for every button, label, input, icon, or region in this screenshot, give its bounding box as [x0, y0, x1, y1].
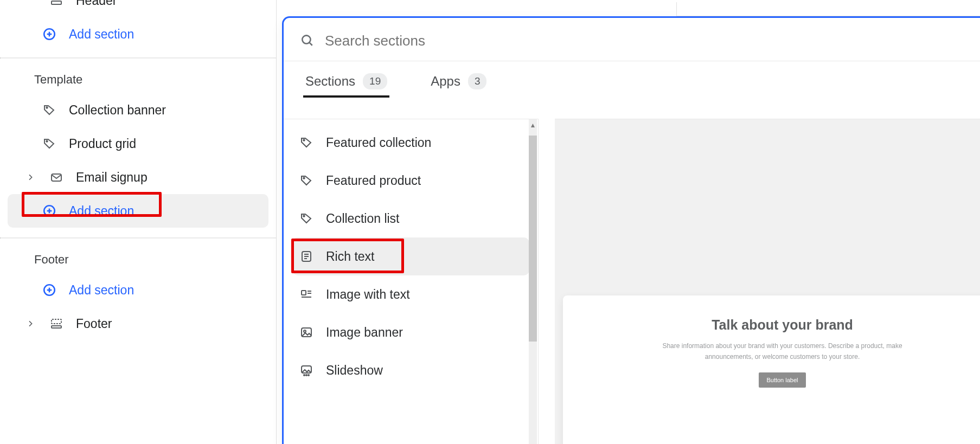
svg-rect-14: [52, 319, 61, 324]
tab-apps[interactable]: Apps 3: [431, 66, 486, 97]
background-panel-fragment: [676, 2, 980, 16]
scrollbar[interactable]: ▲: [529, 119, 537, 444]
section-option-featured-collection[interactable]: Featured collection: [292, 124, 529, 162]
svg-point-33: [306, 375, 307, 376]
sidebar-item-label: Header: [76, 0, 117, 8]
tab-count-badge: 3: [468, 73, 487, 89]
tag-icon: [299, 174, 314, 187]
tag-icon: [42, 137, 57, 150]
tab-count-badge: 19: [363, 73, 387, 89]
scrollbar-thumb[interactable]: [529, 136, 537, 342]
section-option-image-with-text[interactable]: Image with text: [292, 275, 529, 313]
sidebar-item-label: Collection banner: [69, 103, 166, 118]
preview-title: Talk about your brand: [585, 317, 980, 333]
envelope-icon: [49, 171, 64, 184]
tag-icon: [299, 136, 314, 149]
plus-circle-icon: [42, 204, 57, 218]
svg-point-20: [303, 215, 304, 216]
svg-point-34: [308, 375, 309, 376]
plus-circle-icon: [42, 27, 57, 41]
section-option-label: Image with text: [326, 287, 410, 302]
sidebar-item-header[interactable]: Header: [8, 0, 268, 17]
section-option-label: Image banner: [326, 325, 403, 340]
section-option-featured-product[interactable]: Featured product: [292, 162, 529, 200]
sidebar-item-label: Product grid: [69, 137, 136, 151]
section-option-label: Featured product: [326, 173, 421, 188]
tag-icon: [42, 104, 57, 117]
sidebar-item-product-grid[interactable]: Product grid: [8, 127, 268, 160]
svg-point-6: [46, 140, 47, 141]
search-icon: [300, 33, 314, 49]
section-option-image-banner[interactable]: Image banner: [292, 313, 529, 351]
svg-rect-1: [52, 1, 61, 4]
tag-icon: [299, 212, 314, 225]
svg-rect-7: [52, 174, 61, 181]
sections-list-pane: Featured collection Featured product Col…: [284, 119, 539, 444]
section-option-label: Slideshow: [326, 363, 383, 378]
section-option-collection-list[interactable]: Collection list: [292, 200, 529, 237]
group-title-footer: Footer: [0, 239, 276, 273]
slideshow-icon: [299, 364, 314, 377]
plus-circle-icon: [42, 283, 57, 297]
svg-point-30: [304, 330, 306, 332]
tabs: Sections 19 Apps 3: [284, 61, 539, 97]
add-section-label: Add section: [69, 204, 134, 218]
tab-label: Sections: [305, 74, 355, 89]
svg-rect-25: [302, 291, 306, 295]
svg-rect-15: [52, 326, 61, 328]
svg-point-32: [304, 375, 305, 376]
chevron-right-icon: [24, 319, 37, 328]
left-sidebar: Header Add section Template Collection b…: [0, 0, 277, 444]
add-section-header[interactable]: Add section: [8, 17, 268, 51]
tab-label: Apps: [431, 74, 460, 89]
sidebar-item-collection-banner[interactable]: Collection banner: [8, 93, 268, 127]
section-preview-pane: Talk about your brand Share information …: [555, 119, 980, 444]
sidebar-item-email-signup[interactable]: Email signup: [8, 160, 268, 194]
add-section-label: Add section: [69, 27, 134, 42]
svg-line-17: [309, 42, 312, 45]
section-option-label: Collection list: [326, 211, 400, 226]
add-section-template[interactable]: Add section: [8, 194, 268, 228]
image-icon: [299, 326, 314, 339]
svg-point-19: [303, 177, 304, 178]
section-option-label: Rich text: [326, 249, 374, 264]
preview-description: Share information about your brand with …: [642, 340, 924, 363]
tab-sections[interactable]: Sections 19: [305, 66, 387, 97]
section-option-label: Featured collection: [326, 136, 431, 150]
text-document-icon: [299, 250, 314, 263]
section-option-rich-text[interactable]: Rich text: [292, 237, 529, 275]
sidebar-item-label: Email signup: [76, 170, 148, 185]
search-row: [284, 18, 980, 61]
svg-point-16: [302, 35, 310, 43]
section-picker-popover: Sections 19 Apps 3 Featured collection F…: [282, 16, 980, 444]
add-section-footer[interactable]: Add section: [8, 273, 268, 307]
add-section-label: Add section: [69, 283, 134, 298]
group-title-template: Template: [0, 59, 276, 93]
svg-point-5: [46, 107, 47, 108]
chevron-right-icon: [24, 173, 37, 182]
scroll-up-arrow-icon[interactable]: ▲: [529, 121, 537, 129]
svg-point-18: [303, 139, 304, 140]
footer-layout-icon: [49, 317, 64, 330]
header-layout-icon: [49, 0, 64, 7]
section-option-slideshow[interactable]: Slideshow: [292, 351, 529, 389]
preview-card: Talk about your brand Share information …: [563, 295, 980, 444]
preview-button-placeholder: Button label: [759, 372, 805, 388]
image-text-icon: [299, 288, 314, 301]
sidebar-item-footer[interactable]: Footer: [8, 307, 268, 340]
sidebar-item-label: Footer: [76, 317, 112, 331]
search-input[interactable]: [324, 32, 964, 50]
